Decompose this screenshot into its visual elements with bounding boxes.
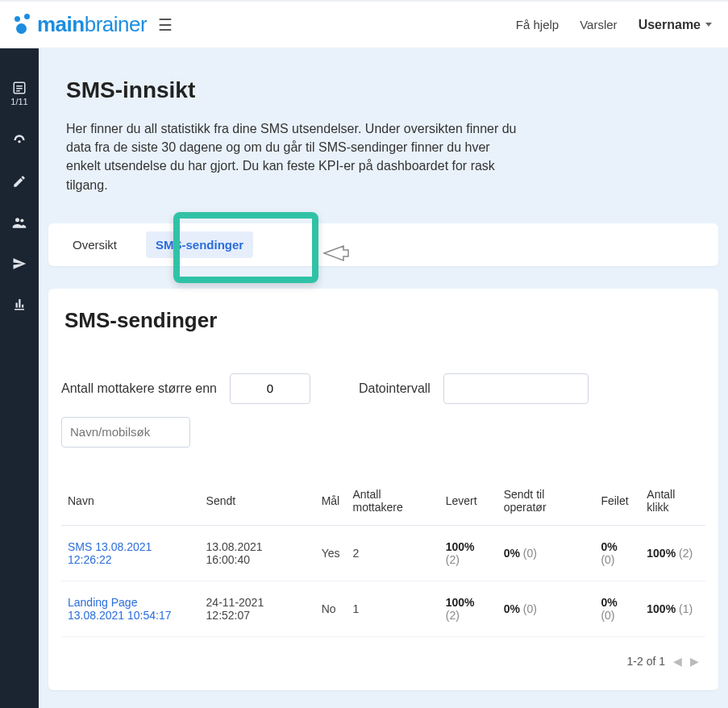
topnav-user-menu[interactable]: Username: [639, 18, 712, 32]
row-goal: Yes: [315, 525, 347, 581]
chevron-down-icon: [705, 23, 712, 27]
table-row: Landing Page 13.08.2021 10:54:17 24-11-2…: [61, 581, 705, 636]
sendings-panel: SMS-sendinger Antall mottakere større en…: [48, 289, 718, 690]
col-delivered[interactable]: Levert: [439, 480, 497, 526]
sidebar: 1/11: [0, 48, 39, 708]
topbar: mainbrainer ☰ Få hjelp Varsler Username: [0, 0, 728, 48]
topnav-alerts[interactable]: Varsler: [580, 18, 617, 31]
row-failed: 0% (0): [594, 525, 640, 581]
list-icon: [12, 81, 27, 95]
row-to-operator: 0% (0): [497, 581, 595, 636]
tabs-card: Oversikt SMS-sendinger: [48, 223, 718, 266]
topnav-username: Username: [639, 18, 701, 32]
sidebar-item-insights[interactable]: [0, 297, 39, 311]
table-row: SMS 13.08.2021 12:26:22 13.08.2021 16:00…: [61, 525, 705, 581]
topnav: Få hjelp Varsler Username: [516, 18, 712, 32]
brand-name: mainbrainer: [37, 12, 147, 37]
sidebar-item-contacts[interactable]: [0, 214, 39, 231]
intro-block: SMS-innsikt Her finner du all statistikk…: [39, 48, 728, 214]
row-name-link[interactable]: SMS 13.08.2021 12:26:22: [68, 540, 193, 566]
row-failed: 0% (0): [594, 581, 640, 636]
filter-recipients-gt-label: Antall mottakere større enn: [61, 381, 217, 396]
filter-recipients-gt-input[interactable]: [230, 373, 310, 404]
tour-cursor-icon: [322, 241, 350, 265]
brand-name-bold: main: [37, 12, 85, 36]
col-goal[interactable]: Mål: [315, 480, 347, 526]
col-name[interactable]: Navn: [61, 480, 200, 526]
page-description: Her finner du all statistikk fra dine SM…: [66, 119, 518, 194]
svg-point-4: [18, 140, 20, 143]
col-clicks[interactable]: Antall klikk: [640, 480, 705, 526]
row-sent: 13.08.2021 16:00:40: [200, 525, 315, 581]
tab-sms-sendings[interactable]: SMS-sendinger: [146, 231, 253, 258]
brand-logo[interactable]: mainbrainer: [10, 12, 147, 37]
topnav-help[interactable]: Få hjelp: [516, 18, 559, 31]
row-recipients: 2: [346, 525, 439, 581]
filter-daterange-input[interactable]: [443, 373, 589, 404]
pager-next[interactable]: ▶: [690, 655, 699, 668]
pencil-icon: [12, 174, 27, 189]
sidebar-item-dashboard[interactable]: [0, 132, 39, 148]
sendings-table: Navn Sendt Mål Antall mottakere Levert S…: [61, 480, 705, 637]
row-delivered: 100% (2): [439, 581, 497, 636]
tab-overview[interactable]: Oversikt: [63, 231, 127, 258]
svg-point-5: [15, 218, 19, 222]
col-recipients[interactable]: Antall mottakere: [346, 480, 439, 526]
step-counter: 1/11: [10, 97, 27, 106]
table-header-row: Navn Sendt Mål Antall mottakere Levert S…: [61, 480, 705, 526]
sidebar-item-edit[interactable]: [0, 174, 39, 189]
row-clicks: 100% (1): [640, 581, 705, 636]
pager-prev[interactable]: ◀: [673, 655, 682, 668]
filter-search-input[interactable]: [61, 417, 190, 448]
gauge-icon: [11, 132, 27, 148]
filter-daterange-label: Datointervall: [359, 381, 431, 396]
col-to-operator[interactable]: Sendt til operatør: [497, 480, 595, 526]
row-recipients: 1: [346, 581, 439, 636]
filters-row: Antall mottakere større enn Datointerval…: [61, 373, 705, 448]
col-sent[interactable]: Sendt: [200, 480, 315, 526]
paper-plane-icon: [12, 256, 27, 271]
sidebar-item-send[interactable]: [0, 256, 39, 271]
col-failed[interactable]: Feilet: [594, 480, 640, 526]
content-area: SMS-innsikt Her finner du all statistikk…: [39, 48, 728, 708]
row-sent: 24-11-2021 12:52:07: [200, 581, 315, 636]
sidebar-item-steps[interactable]: 1/11: [0, 81, 39, 106]
hamburger-icon[interactable]: ☰: [158, 15, 173, 35]
page-title: SMS-innsikt: [66, 77, 701, 103]
users-icon: [11, 214, 27, 231]
row-goal: No: [315, 581, 347, 636]
panel-title: SMS-sendinger: [61, 308, 705, 333]
pager: 1-2 of 1 ◀ ▶: [61, 637, 705, 671]
brand-name-light: brainer: [85, 12, 147, 36]
row-clicks: 100% (2): [640, 525, 705, 581]
row-name-link[interactable]: Landing Page 13.08.2021 10:54:17: [68, 596, 193, 622]
brand-logo-icon: [10, 14, 32, 36]
row-to-operator: 0% (0): [497, 525, 595, 581]
pager-label: 1-2 of 1: [627, 655, 665, 668]
row-delivered: 100% (2): [439, 525, 497, 581]
svg-point-6: [20, 219, 23, 222]
bar-chart-icon: [12, 297, 27, 311]
